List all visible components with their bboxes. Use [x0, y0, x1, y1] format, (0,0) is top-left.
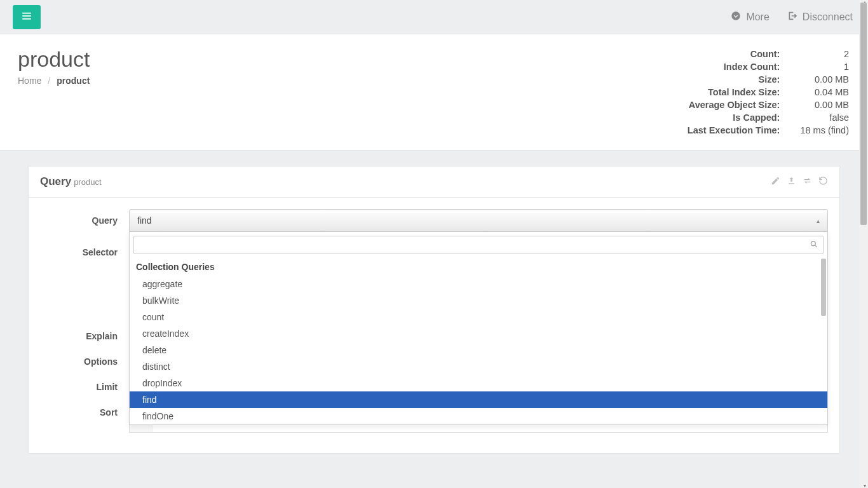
limit-field-label: Limit — [40, 376, 129, 392]
collection-stats: Count:2 Index Count:1 Size:0.00 MB Total… — [667, 47, 850, 137]
stat-label: Index Count: — [668, 61, 780, 72]
panel-subtitle: product — [74, 177, 101, 187]
upload-icon[interactable] — [787, 176, 796, 187]
more-link[interactable]: More — [722, 11, 778, 24]
dropdown-item-bulkWrite[interactable]: bulkWrite — [130, 292, 827, 309]
sort-field-label: Sort — [40, 401, 129, 417]
stat-value: 0.00 MB — [781, 99, 849, 111]
topbar: More Disconnect — [0, 0, 868, 34]
dropdown-item-find[interactable]: find — [130, 391, 827, 408]
bars-icon — [21, 10, 32, 24]
breadcrumb: Home / product — [18, 76, 667, 86]
svg-rect-2 — [22, 18, 31, 20]
page-title: product — [18, 47, 667, 72]
dropdown-item-aggregate[interactable]: aggregate — [130, 276, 827, 292]
query-select-value: find — [137, 215, 152, 226]
menu-toggle-button[interactable] — [13, 5, 41, 29]
stat-value: 18 ms (find) — [781, 125, 849, 136]
disconnect-link[interactable]: Disconnect — [778, 11, 862, 24]
selector-field-label: Selector — [40, 241, 129, 257]
query-select[interactable]: find ▴ — [129, 209, 828, 232]
stat-label: Is Capped: — [668, 112, 780, 123]
caret-up-icon: ▴ — [817, 217, 820, 224]
stat-label: Total Index Size: — [668, 86, 780, 98]
dropdown-search-input[interactable] — [133, 236, 824, 254]
options-field-label: Options — [40, 350, 129, 367]
page-header: product Home / product Count:2 Index Cou… — [0, 34, 868, 151]
dropdown-item-delete[interactable]: delete — [130, 342, 827, 358]
page-scrollbar-thumb[interactable] — [860, 3, 867, 225]
dropdown-group-label: Collection Queries — [130, 258, 827, 276]
page-scrollbar[interactable]: ▴ ▾ — [859, 0, 868, 469]
explain-field-label: Explain — [40, 325, 129, 341]
query-field-label: Query — [40, 209, 129, 226]
sign-out-icon — [787, 11, 797, 24]
stat-value: false — [781, 112, 849, 123]
svg-point-3 — [732, 11, 740, 20]
svg-point-4 — [811, 241, 815, 245]
dropdown-item-findOne[interactable]: findOne — [130, 408, 827, 424]
stat-label: Count: — [668, 48, 780, 60]
dropdown-scrollbar-thumb[interactable] — [821, 259, 826, 316]
more-label: More — [746, 11, 769, 23]
edit-icon[interactable] — [771, 176, 780, 187]
swap-icon[interactable] — [803, 176, 812, 187]
stat-value: 1 — [781, 61, 849, 72]
stat-label: Last Execution Time: — [668, 125, 780, 136]
disconnect-label: Disconnect — [803, 11, 853, 23]
breadcrumb-current: product — [57, 76, 90, 86]
stat-value: 2 — [781, 48, 849, 60]
query-dropdown: Collection Queries aggregatebulkWritecou… — [129, 232, 828, 425]
svg-rect-0 — [22, 13, 31, 14]
dropdown-list: Collection Queries aggregatebulkWritecou… — [130, 258, 827, 424]
panel-title: Query — [40, 175, 71, 188]
chevron-down-circle-icon — [731, 11, 741, 24]
svg-rect-1 — [22, 15, 31, 17]
stat-value: 0.04 MB — [781, 86, 849, 98]
breadcrumb-home[interactable]: Home — [18, 76, 41, 86]
stat-value: 0.00 MB — [781, 74, 849, 85]
dropdown-item-createIndex[interactable]: createIndex — [130, 325, 827, 342]
stat-label: Size: — [668, 74, 780, 85]
history-icon[interactable] — [818, 176, 828, 187]
search-icon — [810, 240, 818, 250]
dropdown-item-distinct[interactable]: distinct — [130, 358, 827, 375]
stat-label: Average Object Size: — [668, 99, 780, 111]
query-panel: Query product Query find ▴ — [28, 166, 840, 454]
breadcrumb-separator: / — [48, 76, 50, 86]
panel-header: Query product — [29, 166, 839, 198]
dropdown-item-dropIndex[interactable]: dropIndex — [130, 375, 827, 391]
dropdown-item-count[interactable]: count — [130, 309, 827, 325]
